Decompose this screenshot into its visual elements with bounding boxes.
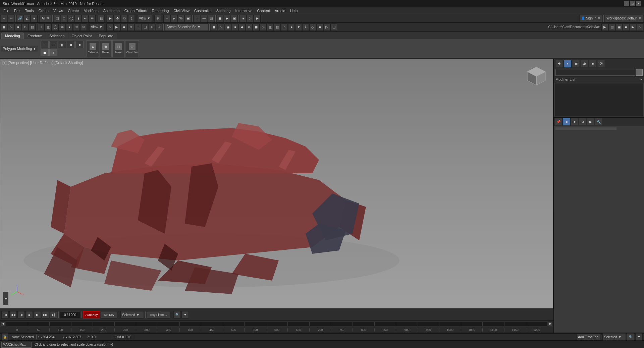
snap-toggle-button[interactable]: ┴	[163, 15, 170, 22]
modifier-list-box[interactable]	[555, 83, 643, 117]
tb2-btn-16[interactable]: ⊕	[127, 23, 134, 31]
tb2-btn-10[interactable]: ▲	[66, 23, 73, 31]
menu-arnold[interactable]: Arnold	[273, 8, 287, 13]
tb2-btn-28[interactable]: ▷	[260, 23, 267, 31]
tb2-btn-31[interactable]: ⌂	[281, 23, 288, 31]
tb2-btn-11[interactable]: ↻	[73, 23, 80, 31]
tb2-btn-21[interactable]: ◼	[211, 23, 217, 31]
circle-select-button[interactable]: ◯	[68, 15, 74, 22]
select-link-button[interactable]: 🔗	[17, 15, 23, 22]
schematic-view-button[interactable]: ▣	[231, 15, 237, 22]
workspaces-dropdown[interactable]: Workspaces: Default ▼	[605, 15, 643, 22]
minimize-button[interactable]: −	[624, 1, 629, 6]
timeline-slider-track[interactable]	[6, 322, 548, 326]
edge-button[interactable]: ―	[49, 41, 57, 48]
rp-utilities-icon[interactable]: ⚒	[597, 60, 605, 67]
tb2-btn-1[interactable]: ◼	[1, 23, 7, 31]
stop-button[interactable]: ■	[25, 311, 33, 318]
edit-mesh-button[interactable]: ○	[49, 49, 57, 56]
ribbon-inset-button[interactable]: □ Inset	[112, 40, 124, 57]
go-end-button[interactable]: ▶|	[50, 311, 57, 318]
align-view-button[interactable]: ▤	[208, 15, 214, 22]
tb2-btn-34[interactable]: ↧	[302, 23, 309, 31]
tb2-btn-19[interactable]: ↩	[149, 23, 155, 31]
tb2-btn-3[interactable]: ■	[15, 23, 21, 31]
rp-display-icon[interactable]: ■	[589, 60, 596, 67]
select-button[interactable]: ▶	[107, 15, 114, 22]
go-start-button[interactable]: |◀	[1, 311, 9, 318]
render-button[interactable]: ▶	[254, 15, 261, 22]
edit-poly-button[interactable]: ◼	[41, 49, 49, 56]
tb2-btn-35[interactable]: ◇	[309, 23, 316, 31]
tb2-btn-20[interactable]: ↪	[156, 23, 162, 31]
tb2-btn-22[interactable]: ▷	[218, 23, 224, 31]
tb2-btn-14[interactable]: ▶	[113, 23, 120, 31]
rp-name-input[interactable]	[555, 69, 635, 76]
tb2-btn-4[interactable]: ⊙	[22, 23, 29, 31]
tb2-btn-6[interactable]: ○	[38, 23, 45, 31]
move-button[interactable]: ✜	[114, 15, 121, 22]
tb2-btn-15[interactable]: ■	[120, 23, 127, 31]
lock-selection-button[interactable]: 🔒	[1, 333, 8, 341]
tb2-btn-13[interactable]: ⌂	[106, 23, 113, 31]
play-button[interactable]: ▶	[34, 311, 41, 318]
fence-select-button[interactable]: ◗	[75, 15, 82, 22]
sign-in-dropdown[interactable]: 👤 Sign In ▼	[579, 15, 602, 22]
prev-frame-button[interactable]: ◀◀	[9, 311, 17, 318]
rp-create-icon[interactable]: ✚	[555, 60, 563, 67]
tab-object-paint[interactable]: Object Paint	[68, 33, 95, 39]
material-editor-button[interactable]: ■	[240, 15, 247, 22]
tab-selection[interactable]: Selection	[46, 33, 68, 39]
tb2-btn-37[interactable]: ▷	[323, 23, 330, 31]
layer-button[interactable]: ◼	[217, 15, 223, 22]
rp-sub-pin-icon[interactable]: 📌	[555, 118, 562, 125]
tb2-btn-33[interactable]: ▼	[295, 23, 302, 31]
render-setup-button[interactable]: ▷	[247, 15, 254, 22]
scale-button[interactable]: ⤵	[128, 15, 135, 22]
rp-sub-wrench-icon[interactable]: 🔧	[595, 118, 602, 125]
menu-file[interactable]: File	[1, 8, 11, 13]
maximize-button[interactable]: □	[630, 1, 635, 6]
ribbon-chamfer-button[interactable]: ◇ Chamfer	[125, 40, 139, 57]
menu-interactive[interactable]: Interactive	[233, 8, 255, 13]
menu-civil-view[interactable]: Civil View	[171, 8, 191, 13]
view-cube[interactable]	[525, 64, 548, 88]
play-back-button[interactable]: ◀	[17, 311, 25, 318]
tb2-btn-24[interactable]: ■	[232, 23, 238, 31]
tb2-btn-17[interactable]: ┴	[135, 23, 141, 31]
ribbon-extrude-button[interactable]: ▲ Extrude	[87, 40, 99, 57]
unlink-button[interactable]: ⎳	[24, 15, 31, 22]
selection-filter-dropdown[interactable]: All ▼	[40, 15, 51, 22]
pivot-center-button[interactable]: ⊕	[154, 15, 161, 22]
path-btn-4[interactable]: ■	[623, 23, 629, 31]
rotate-button[interactable]: ↻	[121, 15, 128, 22]
lasso-select-button[interactable]: ↩	[82, 15, 89, 22]
browse-button[interactable]: ▶	[601, 23, 608, 31]
view-dropdown[interactable]: View ▼	[89, 23, 104, 31]
add-time-tag-button[interactable]: Add Time Tag	[576, 334, 600, 340]
tb2-btn-8[interactable]: ◯	[52, 23, 59, 31]
graph-editors-button[interactable]: ▶	[224, 15, 230, 22]
element-button[interactable]: ■	[75, 41, 84, 48]
tb2-btn-18[interactable]: ◫	[142, 23, 148, 31]
slider-left-button[interactable]: ◀	[1, 322, 5, 326]
tb2-btn-12[interactable]: ↺	[80, 23, 87, 31]
status-filter-button[interactable]: ▼	[635, 333, 643, 341]
tab-modeling[interactable]: Modeling	[1, 33, 24, 39]
spinner-snap-button[interactable]: ▣	[184, 15, 191, 22]
tb2-btn-27[interactable]: ◼	[253, 23, 260, 31]
anim-search-button[interactable]: 🔍	[173, 311, 181, 318]
tb2-btn-29[interactable]: ◫	[267, 23, 274, 31]
rect-select-button[interactable]: □	[61, 15, 67, 22]
paint-select-button[interactable]: ✏	[89, 15, 96, 22]
mirror-button[interactable]: ↕	[194, 15, 200, 22]
menu-views[interactable]: Views	[51, 8, 65, 13]
selected-filter-dropdown[interactable]: Selected ▼	[602, 333, 626, 341]
path-btn-6[interactable]: ▷	[637, 23, 643, 31]
tb2-btn-2[interactable]: ▷	[8, 23, 14, 31]
polygon-button[interactable]: ◼	[67, 41, 75, 48]
rp-sub-modify-icon[interactable]: ■	[563, 118, 570, 125]
key-filters-button[interactable]: Key Filters...	[147, 311, 170, 318]
menu-content[interactable]: Content	[255, 8, 272, 13]
menu-animation[interactable]: Animation	[101, 8, 122, 13]
